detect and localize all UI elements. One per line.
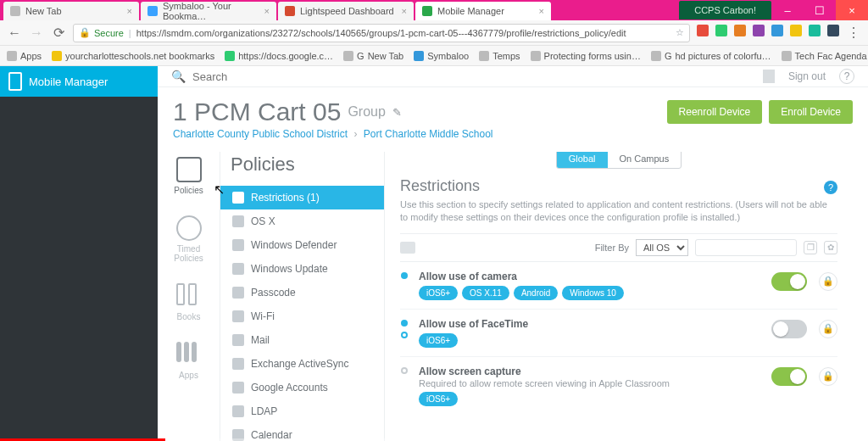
apps-shortcut[interactable]: Apps [7, 51, 42, 61]
bookmark-icon[interactable] [763, 70, 775, 83]
rail-policies[interactable]: Policies [174, 157, 203, 195]
filter-search[interactable] [695, 239, 797, 256]
bookmark-item[interactable]: G hd pictures of colorfu… [651, 51, 771, 61]
lock-icon[interactable]: 🔒 [819, 272, 837, 291]
settings-item-osx[interactable]: OS X [220, 209, 384, 233]
crumb-district[interactable]: Charlotte County Public School District [173, 128, 348, 140]
apps-icon [7, 51, 17, 61]
bookmarks-bar: Apps yourcharlotteschools.net bookmarks … [0, 46, 868, 66]
page-icon [651, 51, 661, 61]
check-icon [232, 192, 244, 204]
tab-mobile-manager[interactable]: Mobile Manager× [415, 2, 551, 20]
rail-books[interactable]: Books [176, 283, 202, 321]
settings-item-wifi[interactable]: Wi-Fi [220, 304, 384, 328]
left-rail: Mobile Manager [0, 66, 158, 441]
url-text: https://lsmdm.com/organizations/23272/sc… [136, 28, 626, 38]
lock-icon[interactable]: 🔒 [819, 367, 837, 386]
settings-item-mail[interactable]: Mail [220, 328, 384, 352]
rail-timed-policies[interactable]: Timed Policies [174, 215, 203, 263]
search-input[interactable] [192, 66, 756, 87]
tab-symbaloo[interactable]: Symbaloo - Your Bookma…× [141, 2, 276, 20]
sync-icon [232, 358, 244, 370]
back-icon[interactable]: ← [7, 25, 22, 41]
os-pill: Android [514, 286, 558, 300]
wifi-icon [232, 310, 244, 322]
settings-item-google[interactable]: Google Accounts [220, 376, 384, 399]
seg-on-campus[interactable]: On Campus [608, 152, 682, 168]
ext-icon[interactable] [734, 25, 746, 36]
tab-new[interactable]: New Tab× [3, 2, 139, 20]
icon-rail: Policies Timed Policies Books Apps [158, 152, 220, 441]
ext-icon[interactable] [753, 25, 765, 36]
ext-icon[interactable] [809, 25, 821, 36]
brand-label: Mobile Manager [29, 75, 108, 88]
ext-icon[interactable] [715, 25, 727, 36]
help-badge[interactable]: ? [824, 181, 837, 194]
window-controls: CCPS Carbon! – ☐ × [679, 0, 868, 20]
forward-icon[interactable]: → [29, 25, 44, 41]
ext-icon[interactable] [771, 25, 783, 36]
crumb-school[interactable]: Port Charlotte Middle School [364, 128, 493, 140]
bookmark-item[interactable]: Temps [479, 51, 520, 61]
star-icon[interactable]: ☆ [676, 27, 684, 38]
toggle-switch[interactable] [771, 367, 807, 386]
menu-icon[interactable]: ⋮ [846, 25, 861, 41]
settings-list: Restrictions (1) OS X Windows Defender W… [220, 186, 384, 441]
right-pane: 🔍 Sign out ? 1 PCM Cart 05 Group ✎ Reenr… [158, 66, 868, 441]
close-icon[interactable]: × [127, 6, 132, 16]
hierarchy-icon[interactable] [400, 242, 415, 254]
filter-select[interactable]: All OS [636, 239, 688, 256]
tab-strip: New Tab× Symbaloo - Your Bookma…× Lights… [0, 0, 868, 20]
maximize-button[interactable]: ☐ [804, 0, 836, 20]
row-title: Allow screen capture [419, 366, 761, 377]
settings-item-exchange[interactable]: Exchange ActiveSync [220, 352, 384, 376]
settings-item-restrictions[interactable]: Restrictions (1) [220, 186, 384, 209]
bookmark-item[interactable]: G New Tab [343, 51, 403, 61]
close-icon[interactable]: × [402, 6, 407, 16]
tab-lightspeed[interactable]: Lightspeed Dashboard× [278, 2, 414, 20]
close-window-button[interactable]: × [836, 0, 868, 20]
reenroll-button[interactable]: Reenroll Device [667, 100, 763, 124]
sign-out-link[interactable]: Sign out [788, 70, 826, 82]
row-subtitle: Required to allow remote screen viewing … [419, 378, 761, 388]
page-icon [531, 51, 541, 61]
enroll-button[interactable]: Enroll Device [769, 100, 853, 124]
settings-item-winupdate[interactable]: Windows Update [220, 257, 384, 281]
row-title: Allow use of camera [419, 271, 761, 282]
close-icon[interactable]: × [539, 6, 544, 16]
profile-badge[interactable]: CCPS Carbon! [679, 1, 771, 20]
reload-icon[interactable]: ⟳ [51, 25, 66, 41]
toggle-switch[interactable] [771, 320, 807, 338]
ext-icon[interactable] [827, 25, 839, 36]
brand-bar[interactable]: Mobile Manager [0, 66, 158, 97]
ext-icon[interactable] [790, 25, 802, 36]
shield-icon [232, 239, 244, 251]
bookmark-item[interactable]: yourcharlotteschools.net bookmarks [52, 51, 214, 61]
bookmark-item[interactable]: Protecting forms usin… [531, 51, 641, 61]
close-icon[interactable]: × [264, 6, 270, 16]
lock-icon[interactable]: 🔒 [819, 320, 837, 338]
page-icon [414, 51, 424, 61]
help-icon[interactable]: ? [839, 69, 854, 84]
os-pill: iOS6+ [419, 333, 458, 348]
policies-header: Policies ↖ [215, 152, 384, 186]
page-icon [422, 6, 432, 16]
omnibox[interactable]: 🔒 Secure | https://lsmdm.com/organizatio… [73, 24, 690, 42]
ext-icon[interactable] [697, 25, 709, 36]
settings-item-defender[interactable]: Windows Defender [220, 233, 384, 257]
folder-icon [52, 51, 62, 61]
gear-icon[interactable]: ✿ [824, 241, 837, 254]
bookmark-item[interactable]: Tech Fac Agenda [782, 51, 867, 61]
copy-icon[interactable]: ❐ [804, 241, 817, 254]
bookmark-item[interactable]: https://docs.google.c… [225, 51, 333, 61]
edit-icon[interactable]: ✎ [392, 106, 402, 119]
settings-item-passcode[interactable]: Passcode [220, 281, 384, 304]
restriction-row: Allow use of camera iOS6+ OS X.11 Androi… [400, 262, 837, 310]
minimize-button[interactable]: – [771, 0, 804, 20]
bookmark-item[interactable]: Symbaloo [414, 51, 469, 61]
mail-icon [232, 334, 244, 346]
seg-global[interactable]: Global [557, 152, 608, 168]
settings-item-ldap[interactable]: LDAP [220, 399, 384, 423]
toggle-switch[interactable] [771, 272, 807, 291]
rail-apps[interactable]: Apps [176, 342, 202, 380]
